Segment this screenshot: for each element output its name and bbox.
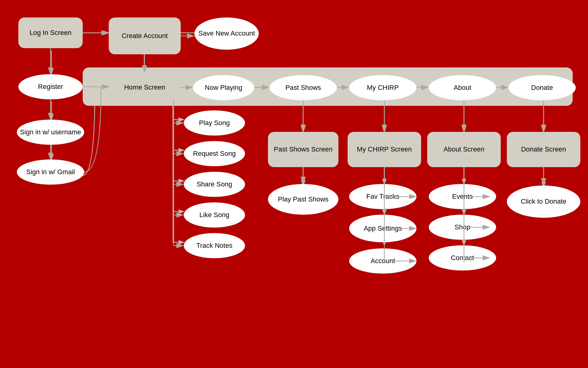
contact-node: Contact [429,245,496,270]
events-node: Events [429,184,496,209]
play-past-shows-node: Play Past Shows [268,184,338,215]
register-node: Register [18,74,83,99]
now-playing-node: Now Playing [193,75,254,100]
like-song-node: Like Song [184,202,245,228]
donate-screen-node: Donate Screen [507,132,580,167]
log-in-screen-node: Log In Screen [18,17,83,48]
arrows-layer [0,0,588,368]
track-notes-node: Track Notes [184,233,245,258]
my-chirp-node: My CHIRP [349,75,417,100]
share-song-node: Share Song [184,172,245,197]
click-to-donate-node: Click to Donate [507,186,580,218]
past-shows-screen-node: Past Shows Screen [268,132,338,167]
play-song-node: Play Song [184,110,245,136]
about-screen-node: About Screen [427,132,501,167]
app-settings-node: App Settings [349,215,417,242]
home-screen-node: Home Screen [109,72,181,103]
shop-node: Shop [429,215,496,240]
about-node: About [429,75,496,100]
past-shows-node: Past Shows [270,75,337,100]
fav-tracks-node: Fav Tracks [349,184,417,209]
request-song-node: Request Song [184,141,245,166]
sign-in-gmail-node: Sign in w/ Gmail [17,159,84,185]
account-node: Account [349,248,417,274]
connectors [0,0,588,368]
save-new-account-node: Save New Account [194,17,259,50]
sign-in-username-node: Sign in w/ username [17,120,84,145]
diagram: Log In Screen Register Sign in w/ userna… [0,0,588,368]
my-chirp-screen-node: My CHIRP Screen [348,132,421,167]
create-account-node: Create Account [109,17,181,54]
donate-node: Donate [508,75,576,100]
